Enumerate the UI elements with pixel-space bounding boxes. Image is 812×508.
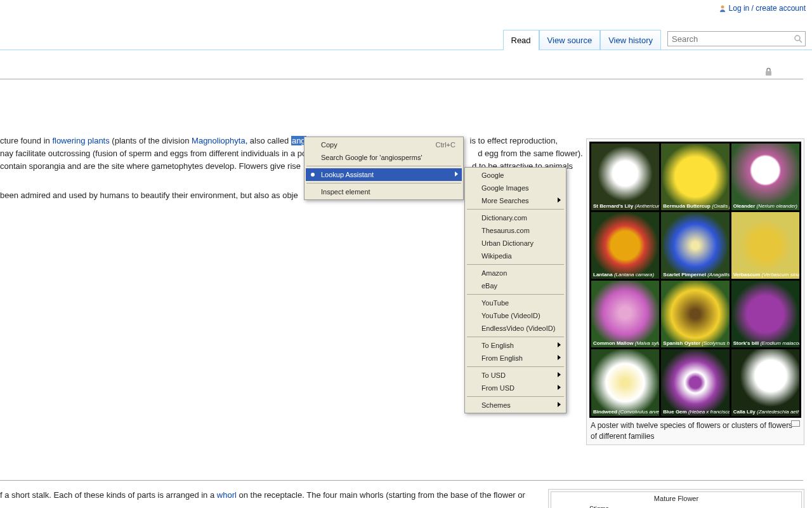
submenu-arrow-icon bbox=[558, 197, 561, 203]
enlarge-icon[interactable] bbox=[791, 420, 800, 427]
text: on the receptacle. The four main whorls … bbox=[237, 490, 525, 500]
submenu-to-english[interactable]: To English bbox=[466, 339, 565, 352]
page-tabs: Read View source View history bbox=[0, 30, 812, 50]
flower-label: Oleander (Nerium oleander) bbox=[731, 202, 799, 210]
login-link[interactable]: Log in / create account bbox=[729, 4, 806, 13]
menu-separator bbox=[467, 209, 564, 210]
flower-cell[interactable]: Bindweed (Convolvulus arvensis) bbox=[591, 349, 659, 416]
menu-lookup-assistant[interactable]: Lookup Assistant bbox=[306, 168, 462, 181]
title-separator bbox=[0, 79, 803, 79]
submenu-from-usd[interactable]: From USD bbox=[466, 382, 565, 394]
svg-point-0 bbox=[721, 6, 724, 9]
submenu-schemes[interactable]: Schemes bbox=[466, 399, 565, 411]
text: f a short stalk. Each of these kinds of … bbox=[0, 490, 217, 500]
submenu-arrow-icon bbox=[558, 355, 561, 360]
flower-label: Verbascum (Verbascum sinuatum) bbox=[731, 271, 799, 279]
submenu-endlessvideo[interactable]: EndlessVideo (VideoID) bbox=[466, 322, 565, 335]
flower-cell[interactable]: St Bernard's Lily (Anthericum liliago) bbox=[591, 144, 659, 210]
submenu-dictionary[interactable]: Dictionary.com bbox=[466, 211, 565, 224]
submenu-youtube-videoid[interactable]: YouTube (VideoID) bbox=[466, 309, 565, 322]
tab-view-history[interactable]: View history bbox=[600, 30, 661, 50]
text: been admired and used by humans to beaut… bbox=[0, 190, 298, 200]
flower-label: Stork's bill (Erodium malacoides) bbox=[731, 339, 799, 347]
text: , also called bbox=[246, 136, 291, 145]
menu-separator bbox=[306, 166, 461, 166]
search-icon[interactable] bbox=[794, 34, 802, 43]
svg-rect-3 bbox=[766, 71, 771, 76]
svg-line-2 bbox=[799, 40, 802, 43]
menu-separator bbox=[467, 294, 564, 295]
search-box bbox=[667, 31, 806, 46]
tab-view-source[interactable]: View source bbox=[539, 30, 601, 50]
submenu-thesaurus[interactable]: Thesaurus.com bbox=[466, 224, 565, 237]
lookup-submenu: Google Google Images More Searches Dicti… bbox=[464, 167, 566, 413]
submenu-google-images[interactable]: Google Images bbox=[466, 182, 565, 194]
lock-icon bbox=[764, 67, 773, 76]
flower-label: Scarlet Pimpernel (Anagallis arvensis) bbox=[661, 271, 729, 279]
flower-cell[interactable]: Verbascum (Verbascum sinuatum) bbox=[731, 212, 799, 279]
link-whorl[interactable]: whorl bbox=[217, 490, 237, 500]
submenu-youtube[interactable]: YouTube bbox=[466, 297, 565, 309]
text: cture found in bbox=[0, 136, 52, 145]
submenu-arrow-icon bbox=[558, 385, 561, 390]
account-links: Log in / create account bbox=[719, 4, 806, 13]
flower-cell[interactable]: Scarlet Pimpernel (Anagallis arvensis) bbox=[661, 212, 729, 279]
submenu-arrow-icon bbox=[455, 171, 458, 177]
flower-poster-figure: St Bernard's Lily (Anthericum liliago)Be… bbox=[586, 138, 804, 445]
flower-label: Lantana (Lantana camara) bbox=[591, 271, 659, 279]
diagram-title: Mature Flower bbox=[654, 495, 698, 502]
flower-cell[interactable]: Oleander (Nerium oleander) bbox=[731, 144, 799, 210]
flower-label: Bermuda Buttercup (Oxalis pes-caprae) bbox=[661, 202, 729, 210]
text: nay facilitate outcrossing (fusion of sp… bbox=[0, 149, 306, 158]
diagram-label-stigma: Stigma bbox=[589, 505, 609, 508]
flower-cell[interactable]: Stork's bill (Erodium malacoides) bbox=[731, 281, 799, 347]
flower-label: Spanish Oyster (Scolymus hispanicus) bbox=[661, 339, 729, 347]
menu-separator bbox=[467, 366, 564, 367]
menu-separator bbox=[467, 337, 564, 337]
submenu-wikipedia[interactable]: Wikipedia bbox=[466, 250, 565, 262]
link-magnoliophyta[interactable]: Magnoliophyta bbox=[192, 136, 246, 145]
flower-cell[interactable]: Blue Gem (Hebea x franciscana) bbox=[661, 349, 729, 416]
menu-separator bbox=[467, 396, 564, 397]
submenu-ebay[interactable]: eBay bbox=[466, 279, 565, 292]
flower-cell[interactable]: Lantana (Lantana camara) bbox=[591, 212, 659, 279]
flower-label: Common Mallow (Malva sylvestris) bbox=[591, 339, 659, 347]
text: d egg from the same flower). bbox=[478, 149, 582, 158]
section-separator bbox=[0, 480, 803, 481]
flower-cell[interactable]: Common Mallow (Malva sylvestris) bbox=[591, 281, 659, 347]
figure-caption: A poster with twelve species of flowers … bbox=[589, 418, 801, 442]
flower-grid: St Bernard's Lily (Anthericum liliago)Be… bbox=[589, 142, 801, 418]
flower-label: Bindweed (Convolvulus arvensis) bbox=[591, 408, 659, 416]
flower-cell[interactable]: Bermuda Buttercup (Oxalis pes-caprae) bbox=[661, 144, 729, 210]
menu-search-google[interactable]: Search Google for 'angiosperms' bbox=[306, 151, 462, 164]
submenu-arrow-icon bbox=[558, 402, 561, 407]
submenu-to-usd[interactable]: To USD bbox=[466, 369, 565, 382]
flower-label: St Bernard's Lily (Anthericum liliago) bbox=[591, 202, 659, 210]
submenu-google[interactable]: Google bbox=[466, 169, 565, 182]
flower-label: Blue Gem (Hebea x franciscana) bbox=[661, 408, 729, 416]
svg-point-1 bbox=[795, 36, 800, 41]
menu-separator bbox=[467, 264, 564, 265]
article-body: f a short stalk. Each of these kinds of … bbox=[0, 489, 546, 502]
context-menu: CopyCtrl+C Search Google for 'angiosperm… bbox=[304, 137, 464, 200]
submenu-more-searches[interactable]: More Searches bbox=[466, 194, 565, 207]
shortcut-label: Ctrl+C bbox=[436, 141, 455, 149]
search-input[interactable] bbox=[667, 31, 806, 46]
flower-cell[interactable]: Spanish Oyster (Scolymus hispanicus) bbox=[661, 281, 729, 347]
link-flowering-plants[interactable]: flowering plants bbox=[52, 136, 109, 145]
text: (plants of the division bbox=[110, 136, 192, 145]
menu-separator bbox=[306, 183, 461, 184]
user-icon bbox=[719, 4, 726, 12]
text: is to effect reproduction, bbox=[470, 136, 558, 145]
submenu-amazon[interactable]: Amazon bbox=[466, 267, 565, 279]
submenu-from-english[interactable]: From English bbox=[466, 352, 565, 364]
flower-label: Calla Lily (Zantedeschia aethiopica) bbox=[731, 408, 799, 416]
text: contain sporangia and are the site where… bbox=[0, 161, 301, 171]
submenu-arrow-icon bbox=[558, 342, 561, 347]
flower-diagram: Mature Flower Stigma bbox=[548, 489, 804, 508]
tab-read[interactable]: Read bbox=[503, 30, 539, 50]
flower-cell[interactable]: Calla Lily (Zantedeschia aethiopica) bbox=[731, 349, 799, 416]
menu-inspect-element[interactable]: Inspect element bbox=[306, 185, 462, 198]
menu-copy[interactable]: CopyCtrl+C bbox=[306, 138, 462, 151]
submenu-urban-dictionary[interactable]: Urban Dictionary bbox=[466, 237, 565, 250]
